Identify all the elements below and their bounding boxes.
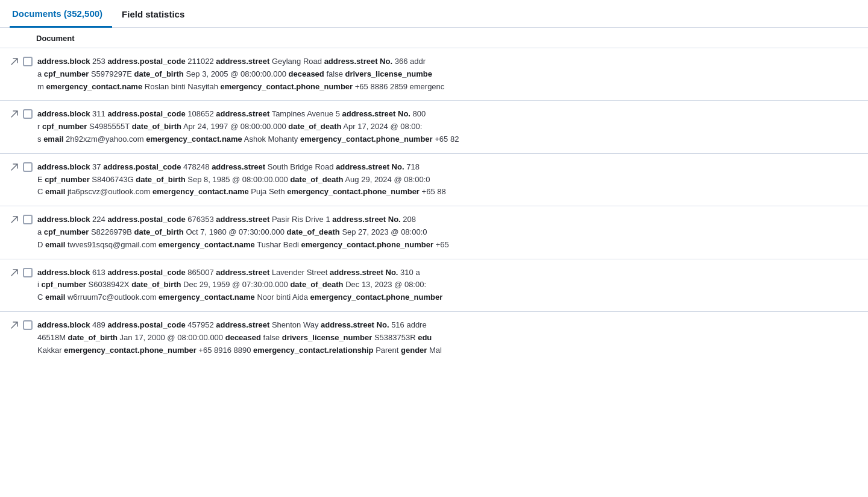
doc-line: address.block 489 address.postal_code 45… (37, 319, 858, 332)
expand-icon[interactable] (10, 162, 19, 172)
table-header: Document (0, 28, 868, 48)
documents-list: address.block 253 address.postal_code 21… (0, 48, 868, 364)
row-content: address.block 253 address.postal_code 21… (37, 55, 858, 93)
table-row: address.block 613 address.postal_code 86… (0, 259, 868, 312)
table-row: address.block 37 address.postal_code 478… (0, 154, 868, 206)
row-checkbox[interactable] (23, 109, 33, 119)
doc-line: s email 2h92xzm@yahoo.com emergency_cont… (37, 133, 858, 146)
expand-icon[interactable] (10, 57, 19, 66)
doc-line: address.block 224 address.postal_code 67… (37, 214, 858, 226)
doc-line: Kakkar emergency_contact.phone_number +6… (37, 344, 858, 357)
row-actions (10, 108, 33, 119)
table-row: address.block 489 address.postal_code 45… (0, 312, 868, 364)
table-row: address.block 253 address.postal_code 21… (0, 48, 868, 101)
expand-icon[interactable] (10, 268, 19, 277)
row-checkbox[interactable] (23, 215, 33, 224)
column-header-document: Document (36, 34, 75, 43)
row-content: address.block 311 address.postal_code 10… (37, 108, 858, 145)
expand-icon[interactable] (10, 320, 19, 330)
doc-line: C email w6rruum7c@outlook.com emergency_… (37, 291, 858, 304)
doc-line: address.block 613 address.postal_code 86… (37, 267, 858, 279)
row-actions (10, 267, 33, 277)
row-actions (10, 319, 33, 330)
doc-line: address.block 253 address.postal_code 21… (37, 55, 858, 68)
table-row: address.block 311 address.postal_code 10… (0, 101, 868, 153)
doc-line: C email jta6pscvz@outlook.com emergency_… (37, 186, 858, 198)
row-content: address.block 613 address.postal_code 86… (37, 267, 858, 304)
doc-line: E cpf_number S8406743G date_of_birth Sep… (37, 174, 858, 186)
tab-field-statistics[interactable]: Field statistics (112, 1, 194, 27)
row-checkbox[interactable] (23, 320, 33, 330)
expand-icon[interactable] (10, 109, 19, 119)
row-checkbox[interactable] (23, 162, 33, 172)
main-container: Documents (352,500) Field statistics Doc… (0, 0, 868, 497)
expand-icon[interactable] (10, 215, 19, 224)
row-checkbox[interactable] (23, 268, 33, 277)
doc-line: 46518M date_of_birth Jan 17, 2000 @ 08:0… (37, 332, 858, 344)
row-checkbox[interactable] (23, 57, 33, 66)
doc-line: r cpf_number S4985555T date_of_birth Apr… (37, 121, 858, 133)
doc-line: a cpf_number S5979297E date_of_birth Sep… (37, 68, 858, 81)
row-actions (10, 55, 33, 66)
table-row: address.block 224 address.postal_code 67… (0, 206, 868, 259)
doc-line: m emergency_contact.name Roslan binti Na… (37, 81, 858, 93)
row-actions (10, 214, 33, 224)
row-content: address.block 37 address.postal_code 478… (37, 161, 858, 198)
doc-line: D email twves91sqsq@gmail.com emergency_… (37, 239, 858, 252)
row-content: address.block 224 address.postal_code 67… (37, 214, 858, 251)
doc-line: address.block 37 address.postal_code 478… (37, 161, 858, 174)
doc-line: address.block 311 address.postal_code 10… (37, 108, 858, 121)
tab-documents[interactable]: Documents (352,500) (10, 0, 112, 28)
row-actions (10, 161, 33, 172)
row-content: address.block 489 address.postal_code 45… (37, 319, 858, 356)
doc-line: i cpf_number S6038942X date_of_birth Dec… (37, 279, 858, 291)
tabs-bar: Documents (352,500) Field statistics (0, 0, 868, 28)
doc-line: a cpf_number S8226979B date_of_birth Oct… (37, 226, 858, 239)
